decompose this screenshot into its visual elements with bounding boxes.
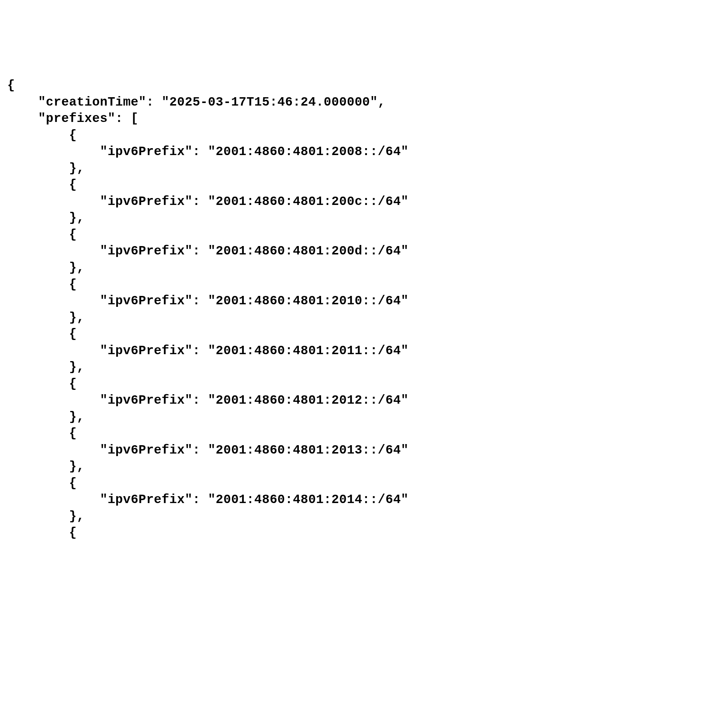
json-ipv6-prefix-entry: "ipv6Prefix": "2001:4860:4801:200c::/64" (7, 193, 728, 210)
json-text-block: { "creationTime": "2025-03-17T15:46:24.0… (7, 77, 728, 541)
json-object-close: }, (7, 409, 728, 425)
json-object-close: }, (7, 309, 728, 326)
json-object-open: { (7, 326, 728, 343)
json-object-open: { (7, 376, 728, 392)
json-object-close: }, (7, 260, 728, 276)
json-object-open: { (7, 177, 728, 193)
json-object-close: }, (7, 210, 728, 226)
json-object-close: }, (7, 160, 728, 177)
json-object-open: { (7, 425, 728, 442)
json-ipv6-prefix-entry: "ipv6Prefix": "2001:4860:4801:2011::/64" (7, 343, 728, 359)
json-object-open: { (7, 127, 728, 144)
json-creation-time: "creationTime": "2025-03-17T15:46:24.000… (7, 94, 728, 111)
json-ipv6-prefix-entry: "ipv6Prefix": "2001:4860:4801:2008::/64" (7, 144, 728, 160)
json-ipv6-prefix-entry: "ipv6Prefix": "2001:4860:4801:200d::/64" (7, 243, 728, 260)
json-object-open: { (7, 226, 728, 243)
json-object-open: { (7, 525, 728, 541)
json-open-brace: { (7, 77, 728, 94)
json-ipv6-prefix-entry: "ipv6Prefix": "2001:4860:4801:2012::/64" (7, 392, 728, 409)
json-object-close: }, (7, 359, 728, 376)
json-ipv6-prefix-entry: "ipv6Prefix": "2001:4860:4801:2010::/64" (7, 293, 728, 309)
json-ipv6-prefix-entry: "ipv6Prefix": "2001:4860:4801:2013::/64" (7, 442, 728, 459)
json-ipv6-prefix-entry: "ipv6Prefix": "2001:4860:4801:2014::/64" (7, 491, 728, 508)
json-object-open: { (7, 475, 728, 492)
json-object-close: }, (7, 458, 728, 475)
json-prefixes-open: "prefixes": [ (7, 110, 728, 127)
json-object-open: { (7, 276, 728, 293)
json-object-close: }, (7, 508, 728, 525)
